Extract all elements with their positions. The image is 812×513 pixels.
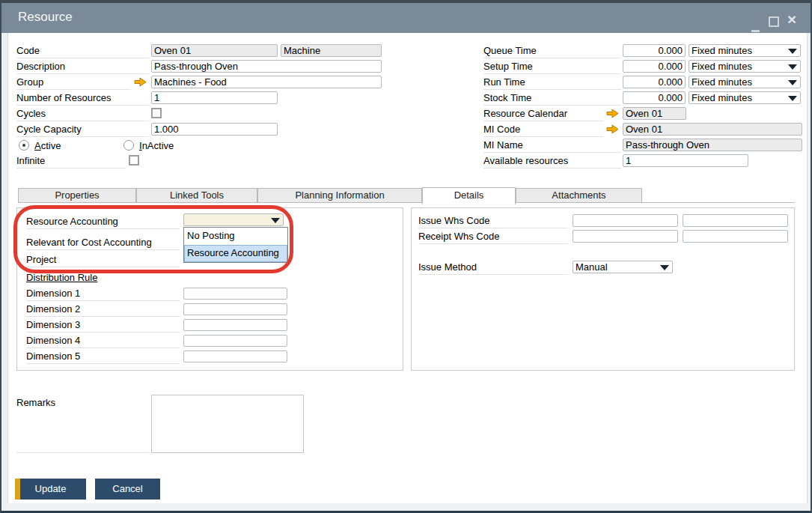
tab-details[interactable]: Details [422,187,516,204]
tab-linked-tools[interactable]: Linked Tools [136,188,257,203]
resource-calendar-field[interactable]: Oven 01 [623,107,686,120]
dimension-1-label: Dimension 1 [26,288,180,301]
chevron-down-icon [660,265,669,270]
tab-attachments[interactable]: Attachments [516,188,642,203]
inactive-radio[interactable] [123,140,134,151]
run-time-label: Run Time [483,76,621,90]
active-radio[interactable] [19,140,29,151]
chevron-down-icon [271,218,280,223]
resource-calendar-label: Resource Calendar [483,108,603,121]
receipt-whs-code-field-1[interactable] [573,230,678,243]
link-arrow-icon[interactable] [134,77,147,87]
issue-method-label: Issue Method [418,261,568,275]
cycle-capacity-field[interactable]: 1.000 [151,123,278,136]
setup-time-unit-select[interactable]: Fixed minutes [689,60,801,73]
mi-name-field[interactable]: Pass-through Oven [623,139,802,151]
run-time-unit-select[interactable]: Fixed minutes [689,76,801,88]
code-label: Code [16,45,149,58]
relevant-for-cost-accounting-label: Relevant for Cost Accounting [26,237,180,250]
gold-accent-bar [15,479,20,500]
queue-time-unit-select[interactable]: Fixed minutes [689,44,801,57]
project-label: Project [26,254,180,267]
dimension-2-field[interactable] [183,303,287,315]
link-arrow-icon[interactable] [606,124,619,134]
remarks-textarea[interactable] [151,395,304,453]
setup-time-field[interactable]: 0.000 [623,60,686,73]
dimension-5-field[interactable] [183,350,287,362]
minimize-icon[interactable] [751,30,760,32]
remarks-underline [16,452,149,453]
resource-accounting-select[interactable] [183,213,284,226]
chevron-down-icon [788,64,797,70]
link-arrow-icon[interactable] [606,109,619,118]
issue-whs-code-label: Issue Whs Code [418,215,568,228]
window-titlebar[interactable]: Resource × [1,0,811,33]
active-radio-label[interactable]: Active [34,140,61,152]
receipt-whs-code-field-2[interactable] [683,230,788,243]
dimension-4-field[interactable] [183,335,287,347]
window-title: Resource [18,10,73,25]
mi-code-field[interactable]: Oven 01 [623,123,802,136]
number-of-resources-label: Number of Resources [16,92,149,106]
dimension-4-label: Dimension 4 [26,335,180,348]
dimension-3-field[interactable] [183,319,287,331]
queue-time-field[interactable]: 0.000 [623,44,686,57]
receipt-whs-code-label: Receipt Whs Code [418,231,568,244]
resource-accounting-label: Resource Accounting [26,216,180,229]
group-label: Group [16,76,131,90]
description-field[interactable]: Pass-through Oven [151,60,382,73]
issue-whs-code-field-1[interactable] [573,214,678,227]
maximize-icon[interactable] [769,16,779,27]
dropdown-option-no-posting[interactable]: No Posting [184,228,287,245]
dimension-1-field[interactable] [183,288,287,300]
close-icon[interactable]: × [787,11,796,28]
chevron-down-icon [788,96,797,101]
chevron-down-icon [788,80,797,85]
tab-properties[interactable]: Properties [18,188,136,203]
number-of-resources-field[interactable]: 1 [151,91,278,104]
queue-time-label: Queue Time [483,45,621,58]
mi-code-label: MI Code [483,124,603,137]
stock-time-label: Stock Time [483,92,621,106]
remarks-label: Remarks [16,397,149,410]
infinite-checkbox[interactable] [129,155,139,166]
issue-whs-code-field-2[interactable] [683,214,788,227]
dimension-5-label: Dimension 5 [26,350,180,364]
code-field[interactable]: Oven 01 [151,44,278,57]
resource-window: Resource × Code Oven 01 Machine Descript… [0,0,812,513]
stock-time-unit-select[interactable]: Fixed minutes [689,91,801,104]
setup-time-label: Setup Time [483,61,621,74]
infinite-label: Infinite [16,155,126,169]
stock-time-field[interactable]: 0.000 [623,91,686,104]
dropdown-option-resource-accounting[interactable]: Resource Accounting [184,245,287,262]
cycles-checkbox[interactable] [151,108,162,118]
cycles-label: Cycles [16,108,149,121]
distribution-rule-link[interactable]: Distribution Rule [26,272,97,283]
group-field[interactable]: Machines - Food [151,76,382,88]
cancel-button[interactable]: Cancel [95,479,160,500]
mi-name-label: MI Name [483,139,621,153]
dimension-2-label: Dimension 2 [26,303,180,317]
inactive-radio-label[interactable]: InActive [139,140,174,152]
chevron-down-icon [788,49,797,54]
description-label: Description [16,61,149,74]
resource-accounting-dropdown-list: No Posting Resource Accounting [183,227,288,263]
issue-method-select[interactable]: Manual [573,261,673,273]
update-button[interactable]: Update [15,479,86,500]
run-time-field[interactable]: 0.000 [623,76,686,88]
available-resources-field[interactable]: 1 [623,154,748,167]
code-type-field[interactable]: Machine [281,44,382,57]
tab-planning-information[interactable]: Planning Information [257,188,422,203]
cycle-capacity-label: Cycle Capacity [16,124,149,137]
dimension-3-label: Dimension 3 [26,319,180,333]
available-resources-label: Available resources [483,155,621,169]
